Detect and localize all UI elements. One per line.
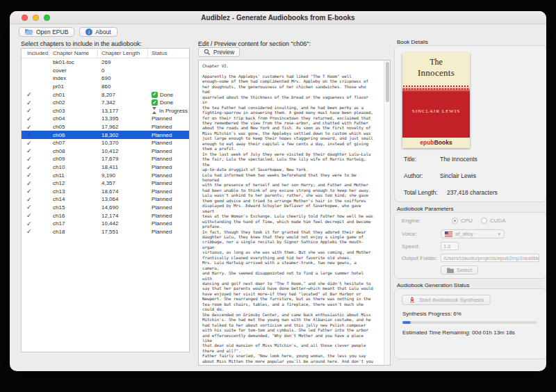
select-folder-button[interactable]: Select bbox=[441, 266, 478, 275]
preview-text[interactable]: Chapter VI. Apparently the Applebys' cus… bbox=[202, 63, 382, 364]
chapter-name: ch14 bbox=[49, 196, 98, 202]
table-row[interactable]: ✓ ch18 17,551 Planned bbox=[22, 227, 189, 236]
column-status[interactable]: Status bbox=[148, 49, 189, 58]
table-row[interactable]: ✓ ch06 18,302 Planned bbox=[22, 131, 189, 139]
status-cell: Planned bbox=[148, 156, 189, 162]
preview-scrollbar-thumb[interactable] bbox=[386, 62, 389, 102]
included-check[interactable]: ✓ bbox=[22, 156, 49, 163]
included-check[interactable]: ✓ bbox=[22, 180, 49, 187]
table-row[interactable]: ✓ ch11 9,190 Planned bbox=[22, 171, 189, 179]
included-check[interactable]: ✓ bbox=[22, 147, 49, 154]
table-row[interactable]: ✓ ch12 4,357 Planned bbox=[22, 179, 189, 188]
table-row[interactable]: ✓ ch16 12,174 Planned bbox=[22, 211, 189, 220]
included-check[interactable]: ✓ bbox=[22, 115, 49, 122]
included-check[interactable]: ✓ bbox=[22, 196, 49, 203]
chapter-length: 7,342 bbox=[98, 99, 148, 106]
output-folder-field[interactable]: /Users/claudio/projects/epub2mp3/audible… bbox=[441, 254, 539, 262]
included-check[interactable]: ✓ bbox=[22, 99, 49, 106]
table-row[interactable]: ✓ ch07 10,370 Planned bbox=[22, 139, 189, 147]
preview-scrollbar[interactable] bbox=[384, 60, 390, 365]
table-row[interactable]: ✓ ch02 7,342 ✓ Done bbox=[22, 99, 189, 107]
table-row[interactable]: pr01 860 bbox=[22, 83, 189, 91]
chapter-name: ch06 bbox=[49, 132, 98, 138]
included-check[interactable]: ✓ bbox=[22, 107, 49, 114]
included-check[interactable]: ✓ bbox=[22, 212, 49, 219]
status-cell: Planned bbox=[148, 164, 189, 170]
engine-label: Engine: bbox=[402, 218, 441, 224]
included-check[interactable]: ✓ bbox=[22, 188, 49, 195]
start-synthesis-button[interactable]: Start Audiobook Synthesis bbox=[402, 295, 491, 305]
included-check[interactable]: ✓ bbox=[22, 124, 49, 131]
included-check[interactable]: ✓ bbox=[22, 220, 49, 227]
chapter-name: ch11 bbox=[49, 172, 98, 179]
chapter-length: 10,370 bbox=[98, 140, 148, 146]
status-cell: Planned bbox=[148, 115, 189, 122]
table-row[interactable]: ✓ ch03 13,177 In Progress bbox=[22, 107, 189, 115]
select-button-label: Select bbox=[457, 267, 472, 273]
synthesis-progress-fill bbox=[402, 321, 411, 324]
epubbooks-logo: epubBooks bbox=[402, 138, 470, 148]
svg-text:i: i bbox=[88, 29, 90, 35]
radio-icon[interactable] bbox=[481, 218, 487, 224]
chapter-length: 13,064 bbox=[98, 196, 148, 202]
table-row[interactable]: ✓ ch14 13,064 Planned bbox=[22, 195, 189, 204]
close-button[interactable] bbox=[22, 15, 28, 21]
preview-button[interactable]: Preview bbox=[198, 47, 240, 57]
table-row[interactable]: cover 0 bbox=[22, 67, 189, 75]
column-chapter-length[interactable]: Chapter Length bbox=[98, 49, 148, 58]
chapter-length: 18,674 bbox=[98, 188, 148, 195]
chapter-table[interactable]: Included Chapter Name Chapter Length Sta… bbox=[21, 48, 190, 352]
radio-icon[interactable] bbox=[452, 218, 458, 224]
included-check[interactable]: ✓ bbox=[22, 91, 49, 98]
engine-radio-cuda[interactable]: CUDA bbox=[481, 218, 506, 224]
status-label: Planned bbox=[152, 204, 172, 211]
rocket-icon bbox=[409, 297, 416, 304]
column-included[interactable]: Included bbox=[22, 49, 49, 58]
cover-title-line1: The bbox=[402, 57, 470, 67]
included-check[interactable]: ✓ bbox=[22, 172, 49, 179]
chapter-name: ch13 bbox=[49, 188, 98, 195]
about-button[interactable]: i About bbox=[79, 27, 117, 37]
title-label: Title: bbox=[404, 156, 440, 163]
included-check[interactable]: ✓ bbox=[22, 140, 49, 147]
chapter-name: ch01 bbox=[49, 92, 98, 98]
table-row[interactable]: ✓ ch08 10,412 Planned bbox=[22, 147, 189, 156]
table-row[interactable]: ✓ ch10 18,411 Planned bbox=[22, 163, 189, 172]
engine-radio-cpu[interactable]: CPU bbox=[452, 218, 473, 224]
table-row[interactable]: ✓ ch04 13,395 Planned bbox=[22, 115, 189, 123]
status-cell: Planned bbox=[148, 204, 189, 211]
open-epub-button[interactable]: Open EPUB bbox=[19, 27, 74, 37]
voice-dropdown[interactable]: af_alloy ▾ bbox=[441, 229, 505, 238]
table-row[interactable]: bk01-toc 269 bbox=[22, 58, 189, 67]
table-row[interactable]: index 690 bbox=[22, 74, 189, 83]
chapter-name: ch05 bbox=[49, 124, 98, 130]
included-check[interactable]: ✓ bbox=[22, 204, 49, 211]
speed-field[interactable]: 1.0 bbox=[441, 242, 459, 250]
author-value: Sinclair Lewis bbox=[440, 172, 476, 179]
zoom-button[interactable] bbox=[44, 15, 50, 21]
toolbar: Open EPUB i About bbox=[19, 27, 117, 37]
table-row[interactable]: ✓ ch13 18,674 Planned bbox=[22, 188, 189, 196]
table-row[interactable]: ✓ ch01 8,207 ✓ Done bbox=[22, 90, 189, 99]
chapter-table-body: bk01-toc 269 cover 0 index 690 p bbox=[22, 58, 189, 236]
chapter-name: ch18 bbox=[49, 229, 98, 235]
table-row[interactable]: ✓ ch05 17,962 Planned bbox=[22, 123, 189, 131]
included-check[interactable]: ✓ bbox=[22, 164, 49, 171]
status-cell: Planned bbox=[148, 172, 189, 179]
included-check[interactable]: ✓ bbox=[22, 131, 49, 138]
status-cell: Planned bbox=[148, 180, 189, 186]
minimize-button[interactable] bbox=[33, 15, 39, 21]
table-row[interactable]: ✓ ch15 14,690 Planned bbox=[22, 204, 189, 212]
hourglass-icon bbox=[152, 107, 157, 114]
column-chapter-name[interactable]: Chapter Name bbox=[49, 49, 98, 58]
generation-status-heading: Audiobook Generation Status bbox=[397, 282, 470, 288]
table-row[interactable]: ✓ ch17 10,442 Planned bbox=[22, 220, 189, 228]
chapter-length: 860 bbox=[98, 83, 148, 90]
status-label: Planned bbox=[152, 132, 172, 138]
status-cell: Planned bbox=[148, 140, 189, 146]
preview-textarea[interactable]: Chapter VI. Apparently the Applebys' cus… bbox=[198, 60, 391, 366]
done-check-icon: ✓ bbox=[152, 99, 158, 106]
chapter-name: bk01-toc bbox=[49, 59, 98, 65]
included-check[interactable]: ✓ bbox=[22, 228, 49, 235]
table-row[interactable]: ✓ ch09 17,679 Planned bbox=[22, 155, 189, 163]
